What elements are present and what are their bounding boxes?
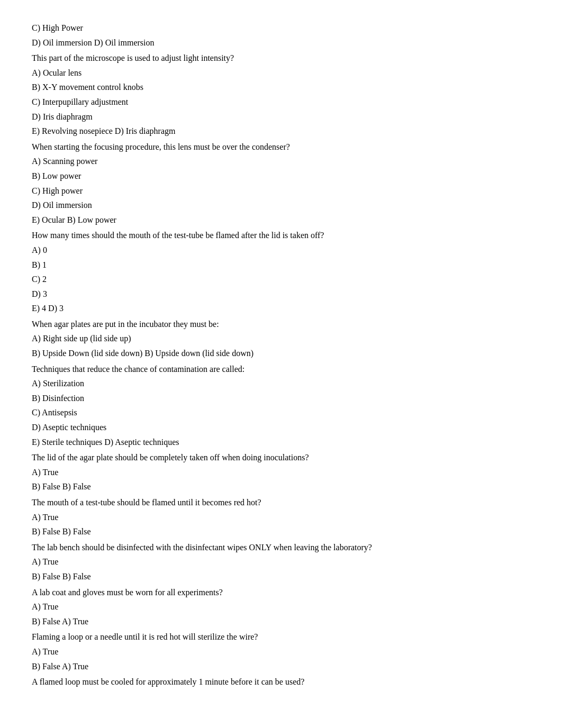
text-line-l7: D) Iris diaphragm [32,110,530,124]
text-line-l18: C) 2 [32,272,530,286]
text-line-l12: C) High power [32,184,530,198]
text-line-l2: D) Oil immersion D) Oil immersion [32,36,530,50]
main-content: C) High PowerD) Oil immersion D) Oil imm… [32,21,530,689]
text-line-l4: A) Ocular lens [32,66,530,80]
text-line-l41: B) False A) True [32,615,530,629]
text-line-l29: E) Sterile techniques D) Aseptic techniq… [32,435,530,449]
text-line-l40: A) True [32,600,530,614]
text-line-l39: A lab coat and gloves must be worn for a… [32,586,530,599]
text-line-l25: A) Sterilization [32,377,530,390]
text-line-l17: B) 1 [32,258,530,272]
text-line-l11: B) Low power [32,169,530,183]
text-line-l34: A) True [32,511,530,524]
text-line-l9: When starting the focusing procedure, th… [32,140,530,154]
text-line-l1: C) High Power [32,21,530,35]
text-line-l13: D) Oil immersion [32,198,530,212]
text-line-l44: B) False A) True [32,660,530,674]
text-line-l24: Techniques that reduce the chance of con… [32,362,530,376]
text-line-l28: D) Aseptic techniques [32,421,530,434]
text-line-l32: B) False B) False [32,480,530,494]
text-line-l33: The mouth of a test-tube should be flame… [32,496,530,509]
text-line-l31: A) True [32,466,530,479]
text-line-l27: C) Antisepsis [32,406,530,420]
text-line-l19: D) 3 [32,287,530,301]
text-line-l45: A flamed loop must be cooled for approxi… [32,675,530,689]
text-line-l37: A) True [32,555,530,569]
text-line-l30: The lid of the agar plate should be comp… [32,451,530,465]
text-line-l8: E) Revolving nosepiece D) Iris diaphragm [32,124,530,138]
text-line-l38: B) False B) False [32,570,530,584]
text-line-l5: B) X-Y movement control knobs [32,80,530,94]
text-line-l14: E) Ocular B) Low power [32,213,530,227]
text-line-l21: When agar plates are put in the incubato… [32,317,530,331]
text-line-l6: C) Interpupillary adjustment [32,95,530,109]
text-line-l23: B) Upside Down (lid side down) B) Upside… [32,347,530,360]
text-line-l3: This part of the microscope is used to a… [32,51,530,65]
text-line-l42: Flaming a loop or a needle until it is r… [32,630,530,644]
text-line-l43: A) True [32,645,530,659]
text-line-l36: The lab bench should be disinfected with… [32,541,530,554]
text-line-l20: E) 4 D) 3 [32,302,530,315]
text-line-l10: A) Scanning power [32,154,530,168]
text-line-l22: A) Right side up (lid side up) [32,332,530,345]
text-line-l16: A) 0 [32,243,530,257]
text-line-l35: B) False B) False [32,525,530,539]
text-line-l26: B) Disinfection [32,392,530,405]
text-line-l15: How many times should the mouth of the t… [32,229,530,242]
